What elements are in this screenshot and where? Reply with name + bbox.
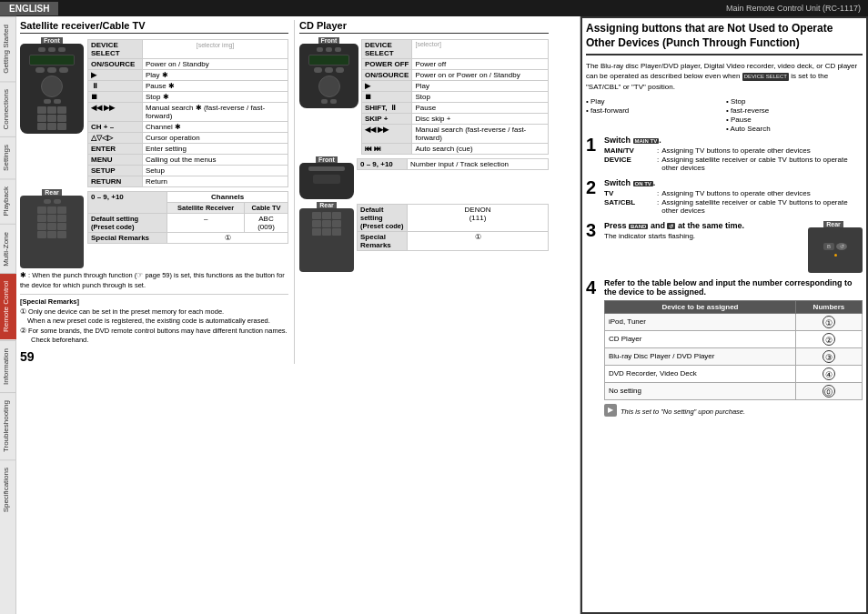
step4-title: Refer to the table below and input the n… [604,278,863,297]
bullet-fast-fwd: • fast-forward [586,106,722,115]
step3-remote-img: B ↺ [808,227,863,273]
table-row: Blu-ray Disc Player / DVD Player ③ [605,347,863,365]
bullet-pause: • Pause [726,116,863,124]
device-assignment-table: Device to be assigned Numbers iPod, Tune… [604,300,863,400]
info-icon: ▶ [604,404,617,417]
sat-front-remote [20,44,84,134]
sidebar-item-playback[interactable]: Playback [0,178,16,223]
right-panel-desc: The Blu-ray disc Player/DVD player, Digi… [586,61,863,92]
table-row: No setting ⓪ [605,382,863,399]
device-col-header: Device to be assigned [605,300,796,313]
bullet-stop: • Stop [726,97,863,106]
cd-rear-upper-table: 0 – 9, +10Number input / Track selection [357,158,549,170]
step3-icon2: ↺ [667,223,675,229]
step1-key1: MAIN/TV [604,146,654,155]
sidebar-item-specifications[interactable]: Specifications [0,459,16,519]
purchase-note: This is set to "No setting" upon purchas… [621,408,745,416]
bullet-fast-rev: • fast-reverse [726,106,863,115]
sat-rear-table: 0 – 9, +10 Channels Satellite Receiver C… [87,191,288,244]
step3-rear-label: Rear [823,221,843,227]
page-number: 59 [20,349,288,364]
main-unit-label: Main Remote Control Unit (RC-1117) [726,4,868,13]
step2-icon: ON TV [633,181,653,186]
device-select-icon: DEVICE SELECT [742,73,789,80]
table-row: CD Player ② [605,330,863,347]
step1-icon: MAIN TV [633,138,660,144]
table-row: DVD Recorder, Video Deck ④ [605,365,863,382]
device-name: DVD Recorder, Video Deck [605,365,796,382]
bullet-play: • Play [586,97,722,106]
step2-val2: Assigning satellite receiver or cable TV… [661,198,863,215]
device-name: Blu-ray Disc Player / DVD Player [605,347,796,365]
cd-front-label2: Front [316,156,338,163]
side-tabs: Getting Started Connections Settings Pla… [0,16,16,614]
sidebar-item-information[interactable]: Information [0,340,16,392]
cd-front-table: DEVICE SELECT[selector] POWER OFFPower o… [361,39,549,155]
device-number: ④ [795,365,862,382]
sat-front-table: DEVICE SELECT [selector img] ON/SOURCEPo… [87,39,288,187]
sidebar-item-remote-control[interactable]: Remote Control [0,273,16,339]
bullet-autosearch: • Auto Search [726,125,863,133]
bullet-empty2 [586,125,722,133]
sidebar-item-settings[interactable]: Settings [0,136,16,178]
step2-key1: TV [604,189,654,197]
step-3: 3 Press BAND and ↺ at the same time. The… [586,221,863,273]
cd-default-table: Default setting(Preset code) DENON(111) … [357,204,549,251]
special-remarks-title: [Special Remarks] [20,297,288,307]
cd-rear-label: Rear [317,202,337,208]
step-4: 4 Refer to the table below and input the… [586,278,863,417]
step1-val1: Assigning TV buttons to operate other de… [661,146,811,155]
step-1: 1 Switch MAIN TV. MAIN/TV : Assigning TV… [586,136,863,173]
step3-subtitle: The indicator starts flashing. [604,232,744,240]
sidebar-item-getting-started[interactable]: Getting Started [0,16,16,81]
device-number: ① [795,313,862,330]
step2-val1: Assigning TV buttons to operate other de… [661,189,811,197]
satellite-title: Satellite receiver/Cable TV [20,20,288,34]
step2-key2: SAT/CBL [604,198,654,206]
bottom-notes: [Special Remarks] ① Only one device can … [20,294,288,346]
sat-rear-label: Rear [42,189,62,196]
step1-key2: DEVICE [604,156,654,164]
cd-front-remote [299,44,358,108]
device-name: No setting [605,382,796,399]
device-name: iPod, Tuner [605,313,796,330]
sat-front-label: Front [41,37,63,44]
sidebar-item-multizone[interactable]: Multi-Zone [0,224,16,274]
device-number: ② [795,330,862,347]
cd-front-remote2 [299,163,354,199]
right-panel-title: Assigning buttons that are Not Used to O… [586,22,863,55]
sidebar-item-troubleshooting[interactable]: Troubleshooting [0,392,16,459]
cd-title: CD Player [299,20,549,34]
device-number: ⓪ [795,382,862,399]
bullet-list: • Play • Stop • fast-forward • fast-reve… [586,97,863,133]
sat-asterisk-note: ✱ : When the punch through function (☞ p… [20,271,288,290]
device-name: CD Player [605,330,796,347]
device-number: ③ [795,347,862,365]
bullet-empty [586,116,722,124]
step-2: 2 Switch ON TV. TV : Assigning TV button… [586,178,863,216]
table-row: iPod, Tuner ① [605,313,863,330]
sidebar-item-connections[interactable]: Connections [0,81,16,136]
step1-val2: Assigning satellite receiver or cable TV… [661,156,863,172]
numbers-col-header: Numbers [795,300,862,313]
sat-rear-remote [20,196,84,268]
step3-band-icon: BAND [629,224,648,229]
cd-front-label: Front [318,37,340,44]
lang-label: ENGLISH [0,2,58,15]
cd-rear-remote [299,208,354,272]
